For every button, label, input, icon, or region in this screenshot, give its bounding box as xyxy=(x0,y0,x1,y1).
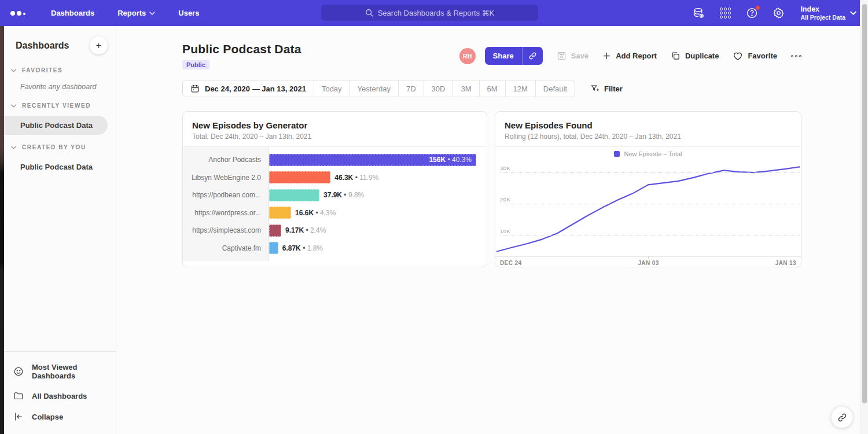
bar[interactable]: 37.9K 9.8% xyxy=(269,189,319,201)
dashboards-sidebar: Dashboards + FAVORITES Favorite any dash… xyxy=(4,26,116,434)
calendar-icon xyxy=(190,84,200,93)
smiley-icon xyxy=(13,366,24,377)
chart-legend[interactable]: New Episode – Total xyxy=(495,147,801,161)
bar[interactable]: 6.87K 1.8% xyxy=(269,242,278,254)
gridline xyxy=(500,204,800,204)
mixpanel-logo-icon[interactable] xyxy=(10,11,28,16)
legend-label: New Episode – Total xyxy=(624,150,682,157)
card-subtitle: Total, Dec 24th, 2020 – Jan 13th, 2021 xyxy=(192,133,477,141)
top-navigation-bar: Dashboards Reports Users Search Dashboar… xyxy=(0,0,868,26)
date-range-control: Dec 24, 2020 — Jan 13, 2021 Today Yester… xyxy=(182,80,575,97)
bar[interactable]: 9.17K 2.4% xyxy=(269,225,281,237)
heart-icon xyxy=(733,51,743,61)
horizontal-bar-chart: Anchor Podcasts 156K 40.3% Libsyn WebEng… xyxy=(183,147,487,267)
chevron-down-icon xyxy=(11,104,16,108)
search-input[interactable]: Search Dashboards & Reports ⌘K xyxy=(321,5,538,21)
gridline xyxy=(500,236,800,236)
settings-gear-icon[interactable] xyxy=(771,6,785,20)
nav-reports[interactable]: Reports xyxy=(117,9,155,17)
plus-icon xyxy=(602,52,611,60)
collapse-icon xyxy=(13,411,24,422)
share-button[interactable]: Share xyxy=(485,47,543,65)
scrollbar-thumb[interactable] xyxy=(862,4,867,403)
preset-yesterday[interactable]: Yesterday xyxy=(350,80,398,97)
bar-row: Anchor Podcasts 156K 40.3% xyxy=(183,151,487,169)
add-dashboard-button[interactable]: + xyxy=(90,36,108,54)
preset-12m[interactable]: 12M xyxy=(505,80,535,97)
bar-row: Libsyn WebEngine 2.0 46.3K 11.9% xyxy=(183,169,487,187)
project-subtitle: All Project Data xyxy=(800,14,845,21)
bar-row: https://wordpress.or... 16.6K 4.3% xyxy=(183,204,487,222)
filter-button[interactable]: Filter xyxy=(590,84,623,93)
favorites-empty-text: Favorite any dashboard xyxy=(4,73,116,93)
date-range-picker[interactable]: Dec 24, 2020 — Jan 13, 2021 xyxy=(183,80,314,97)
legend-swatch xyxy=(614,151,620,157)
page-scrollbar xyxy=(860,0,868,434)
sidebar-item-public-podcast-data-created[interactable]: Public Podcast Data xyxy=(4,157,108,176)
floating-link-button[interactable] xyxy=(831,406,853,428)
avatar[interactable]: RH xyxy=(459,48,476,64)
sidebar-item-public-podcast-data[interactable]: Public Podcast Data xyxy=(4,116,108,135)
section-recently-viewed[interactable]: RECENTLY VIEWED xyxy=(4,102,116,109)
section-created-by-you[interactable]: CREATED BY YOU xyxy=(4,144,116,150)
search-icon xyxy=(365,9,373,17)
preset-6m[interactable]: 6M xyxy=(479,80,505,97)
nav-dashboards[interactable]: Dashboards xyxy=(51,9,94,17)
background-window-sliver xyxy=(0,26,4,434)
bar-row: https://podbean.com... 37.9K 9.8% xyxy=(183,186,487,204)
bar[interactable]: 16.6K 4.3% xyxy=(269,207,291,219)
preset-3m[interactable]: 3M xyxy=(453,80,479,97)
y-tick-label: 20K xyxy=(500,196,510,203)
search-placeholder: Search Dashboards & Reports ⌘K xyxy=(378,9,495,17)
link-icon xyxy=(528,52,537,60)
apps-grid-icon[interactable] xyxy=(718,6,732,20)
duplicate-button[interactable]: Duplicate xyxy=(671,51,719,61)
preset-today[interactable]: Today xyxy=(314,80,350,97)
y-tick-label: 10K xyxy=(500,228,510,234)
filter-funnel-icon xyxy=(590,84,599,93)
card-subtitle: Rolling (12 hours), total, Dec 24th, 202… xyxy=(505,133,792,141)
public-badge: Public xyxy=(182,60,209,69)
share-link-segment[interactable] xyxy=(522,47,543,65)
preset-7d[interactable]: 7D xyxy=(398,80,424,97)
duplicate-icon xyxy=(671,51,681,61)
chevron-down-icon xyxy=(11,69,16,72)
chevron-down-icon xyxy=(149,12,155,15)
save-icon xyxy=(557,51,567,61)
chevron-down-icon xyxy=(11,146,16,149)
x-tick-label: JAN 03 xyxy=(638,260,659,266)
chevron-down-icon xyxy=(850,11,856,15)
collapse-sidebar-button[interactable]: Collapse xyxy=(4,406,116,427)
section-favorites[interactable]: FAVORITES xyxy=(4,67,116,73)
x-axis-tick xyxy=(648,256,649,259)
notification-badge xyxy=(755,5,760,10)
preset-30d[interactable]: 30D xyxy=(424,80,453,97)
add-report-button[interactable]: Add Report xyxy=(602,52,657,60)
card-title: New Episodes by Generator xyxy=(192,120,477,130)
help-icon[interactable] xyxy=(745,6,759,20)
bar-row: https://simplecast.com 9.17K 2.4% xyxy=(183,222,487,240)
bar[interactable]: 156K 40.3% xyxy=(269,154,476,166)
data-management-icon[interactable] xyxy=(692,6,705,20)
card-new-episodes-found: New Episodes Found Rolling (12 hours), t… xyxy=(495,111,801,267)
all-dashboards-button[interactable]: All Dashboards xyxy=(4,385,116,406)
save-button[interactable]: Save xyxy=(557,51,589,61)
card-new-episodes-by-generator: New Episodes by Generator Total, Dec 24t… xyxy=(182,111,487,267)
nav-users[interactable]: Users xyxy=(178,9,199,17)
x-axis: DEC 24 JAN 03 JAN 13 xyxy=(495,256,801,267)
x-tick-label: DEC 24 xyxy=(500,260,521,266)
card-title: New Episodes Found xyxy=(505,120,792,130)
preset-default[interactable]: Default xyxy=(535,80,575,97)
favorite-button[interactable]: Favorite xyxy=(733,51,777,61)
y-tick-label: 30K xyxy=(500,165,510,171)
line-series xyxy=(496,167,800,252)
most-viewed-dashboards-button[interactable]: Most Viewed Dashboards xyxy=(4,358,116,385)
bar[interactable]: 46.3K 11.9% xyxy=(269,171,330,183)
project-name: Index xyxy=(800,5,845,14)
project-selector[interactable]: Index All Project Data xyxy=(800,5,856,21)
bar-row: Captivate.fm 6.87K 1.8% xyxy=(183,240,487,258)
main-content: Public Podcast Data Public RH Share Save… xyxy=(116,26,860,434)
sidebar-title: Dashboards xyxy=(16,41,69,51)
more-options-button[interactable] xyxy=(791,55,801,57)
folder-icon xyxy=(13,391,24,401)
